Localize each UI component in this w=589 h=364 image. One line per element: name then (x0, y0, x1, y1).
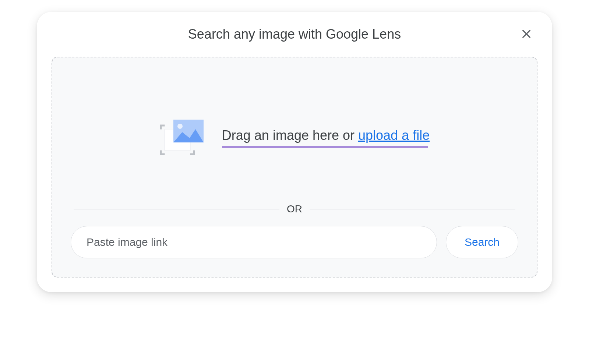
close-icon (521, 28, 532, 40)
divider-text: OR (287, 203, 302, 215)
highlight-underline (222, 146, 428, 148)
upload-file-link[interactable]: upload a file (358, 128, 430, 143)
image-link-input[interactable] (71, 226, 437, 258)
url-input-row: Search (71, 226, 518, 258)
drop-zone[interactable]: Drag an image here or upload a file OR S… (52, 57, 537, 278)
dialog-title: Search any image with Google Lens (188, 26, 401, 42)
drag-label-wrap: Drag an image here or upload a file (222, 128, 430, 148)
divider-line-right (310, 209, 515, 209)
image-upload-icon (159, 117, 207, 158)
svg-point-4 (177, 124, 183, 129)
close-button[interactable] (519, 26, 534, 41)
google-lens-dialog: Search any image with Google Lens (37, 12, 552, 292)
divider-line-left (74, 209, 279, 209)
drag-text: Drag an image here or (222, 128, 358, 143)
drop-area: Drag an image here or upload a file (71, 79, 518, 196)
search-button[interactable]: Search (446, 226, 518, 258)
divider-row: OR (71, 203, 518, 215)
dialog-header: Search any image with Google Lens (52, 26, 537, 42)
